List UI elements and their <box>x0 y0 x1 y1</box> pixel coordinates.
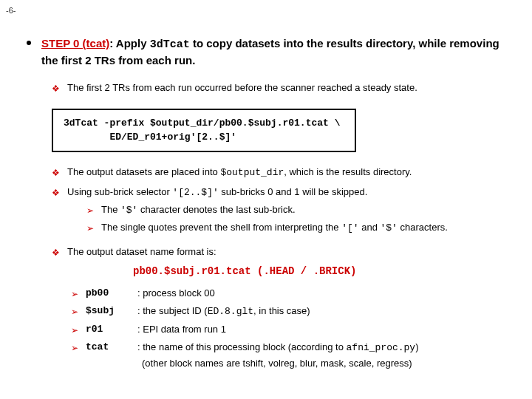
t: character denotes the last sub-brick. <box>137 204 295 215</box>
sub3-wrap: Using sub-brick selector '[2..$]' sub-br… <box>67 185 510 239</box>
t: The '$' character denotes the last sub-b… <box>101 203 296 217</box>
chevron-icon: ➢ <box>86 222 94 235</box>
t: characters. <box>398 222 448 233</box>
diamond-icon: ❖ <box>52 247 60 259</box>
sub-list-2: ❖ The output datasets are placed into $o… <box>52 166 510 369</box>
key: pb00 <box>86 286 137 301</box>
format-line: pb00.$subj.r01.tcat (.HEAD / .BRICK) <box>133 265 510 277</box>
sub2-text: The output datasets are placed into $out… <box>67 166 412 180</box>
code: '$' <box>381 222 398 233</box>
desc: : the subject ID (ED.8.glt, in this case… <box>137 304 510 319</box>
t: The single quotes prevent the shell from… <box>101 221 448 235</box>
chevron-icon: ➢ <box>71 305 78 319</box>
sub-item: ❖ The first 2 TRs from each run occurred… <box>52 81 510 95</box>
code: afni_proc.py <box>347 342 416 353</box>
diamond-icon: ❖ <box>52 187 60 239</box>
diamond-icon: ❖ <box>52 83 60 95</box>
page-number: -6- <box>6 6 16 15</box>
table-row: ➢ tcat : the name of this processing blo… <box>71 340 510 355</box>
sub-item: ❖ The output datasets are placed into $o… <box>52 166 510 180</box>
slide-content: STEP 0 (tcat): Apply 3dTcat to copy data… <box>0 0 532 383</box>
t: ) <box>415 341 418 352</box>
code: ED.8.glt <box>208 306 253 317</box>
t: , in this case) <box>253 305 310 316</box>
footer-note: (other block names are tshift, volreg, b… <box>142 358 510 369</box>
code: '$' <box>120 205 137 216</box>
code-line-2: ED/ED_r01+orig'[2..$]' <box>64 130 344 145</box>
chevron-icon: ➢ <box>71 287 78 301</box>
bullet-disc-icon <box>27 41 31 45</box>
sub4-text: The output dataset name format is: <box>67 245 216 259</box>
sub-item: ❖ Using sub-brick selector '[2..$]' sub-… <box>52 185 510 239</box>
sep: : Apply <box>109 37 149 50</box>
key: r01 <box>86 322 137 337</box>
diamond-icon: ❖ <box>52 167 60 180</box>
t: sub-bricks 0 and 1 will be skipped. <box>219 186 368 197</box>
t: Using sub-brick selector <box>67 186 172 197</box>
desc: : the name of this processing block (acc… <box>137 340 510 355</box>
t: The single quotes prevent the shell from… <box>101 222 341 233</box>
step-title: STEP 0 (tcat) <box>41 37 109 50</box>
chevron-icon: ➢ <box>86 205 94 217</box>
code-box: 3dTcat -prefix $output_dir/pb00.$subj.r0… <box>52 109 356 152</box>
format-code: pb00.$subj.r01.tcat (.HEAD / .BRICK) <box>133 265 356 277</box>
t: The output datasets are placed into <box>67 166 220 177</box>
key: tcat <box>86 340 137 355</box>
key: $subj <box>86 304 137 319</box>
code: $output_dir <box>220 167 284 178</box>
table-row: ➢ pb00 : process block 00 <box>71 286 510 301</box>
chev-list: ➢ The '$' character denotes the last sub… <box>86 203 510 235</box>
main-cmd: 3dTcat <box>150 38 190 51</box>
sub-list: ❖ The first 2 TRs from each run occurred… <box>52 81 510 95</box>
name-table: ➢ pb00 : process block 00 ➢ $subj : the … <box>71 286 510 369</box>
chevron-icon: ➢ <box>71 341 78 355</box>
desc: : process block 00 <box>137 286 510 301</box>
code-line-1: 3dTcat -prefix $output_dir/pb00.$subj.r0… <box>64 116 344 131</box>
table-row: ➢ $subj : the subject ID (ED.8.glt, in t… <box>71 304 510 319</box>
chev-item: ➢ The single quotes prevent the shell fr… <box>86 221 510 235</box>
t: : the name of this processing block (acc… <box>137 341 347 352</box>
chevron-icon: ➢ <box>71 324 78 337</box>
t: : the subject ID ( <box>137 305 208 316</box>
main-bullet: STEP 0 (tcat): Apply 3dTcat to copy data… <box>22 35 510 68</box>
code: '[2..$]' <box>172 187 218 198</box>
t: , which is the results directory. <box>284 166 412 177</box>
t: and <box>359 222 381 233</box>
sub-item: ❖ The output dataset name format is: <box>52 245 510 259</box>
main-text: STEP 0 (tcat): Apply 3dTcat to copy data… <box>41 35 510 68</box>
desc: : EPI data from run 1 <box>137 322 510 337</box>
chev-item: ➢ The '$' character denotes the last sub… <box>86 203 510 217</box>
t: The <box>101 204 120 215</box>
table-row: ➢ r01 : EPI data from run 1 <box>71 322 510 337</box>
sub1-text: The first 2 TRs from each run occurred b… <box>67 81 417 95</box>
code: '[' <box>341 222 358 233</box>
